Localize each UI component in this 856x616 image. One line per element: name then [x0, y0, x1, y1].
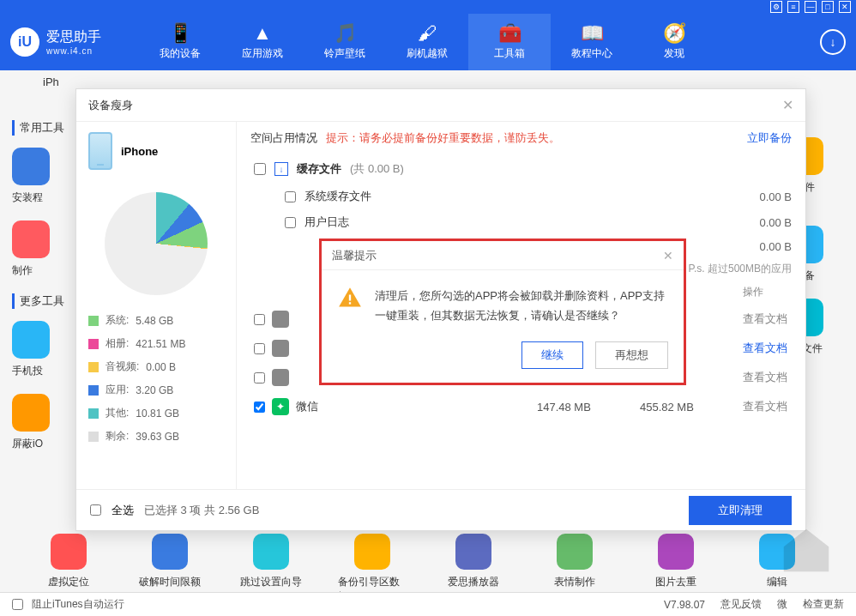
- maximize-icon[interactable]: □: [822, 1, 834, 13]
- left-sidebar-fragment: 常用工具 安装程制作 更多工具 手机投屏蔽iO: [12, 120, 81, 467]
- legend-label: 剩余:: [105, 429, 129, 444]
- window-titlebar: ⚙ ≡ — □ ✕: [0, 0, 856, 14]
- app-icon: [272, 311, 289, 328]
- backup-now-link[interactable]: 立即备份: [747, 130, 792, 146]
- block-itunes-label: 阻止iTunes自动运行: [32, 597, 124, 612]
- legend-swatch: [88, 339, 99, 349]
- cache-row-label: 系统缓存文件: [304, 189, 371, 204]
- app-row-checkbox[interactable]: [254, 402, 265, 413]
- nav-icon: 📖: [581, 24, 604, 43]
- logo-area: iU 爱思助手 www.i4.cn: [10, 27, 139, 57]
- bottom-tool-icon: [354, 534, 390, 570]
- select-all-label: 全选: [112, 503, 134, 518]
- cache-files-total: (共 0.00 B): [350, 161, 404, 177]
- app-url: www.i4.cn: [46, 46, 101, 56]
- check-update-link[interactable]: 检查更新: [803, 597, 844, 612]
- tool-icon[interactable]: [12, 321, 50, 359]
- legend-label: 相册:: [105, 336, 129, 351]
- legend-row: 剩余:39.63 GB: [88, 425, 224, 448]
- app-size-a: 147.48 MB: [537, 401, 640, 414]
- app-view-doc-link[interactable]: 查看文档: [743, 311, 788, 327]
- app-view-doc-link[interactable]: 查看文档: [743, 370, 788, 385]
- nav-icon: ▲: [253, 24, 272, 43]
- warn-prefix: 提示：: [326, 131, 359, 144]
- nav-label: 我的设备: [160, 46, 201, 61]
- nav-item[interactable]: 📱我的设备: [139, 14, 221, 70]
- nav-item[interactable]: 🧭发现: [633, 14, 715, 70]
- settings-icon[interactable]: ⚙: [770, 1, 782, 13]
- app-view-doc-link[interactable]: 查看文档: [743, 399, 788, 414]
- nav-item[interactable]: 🧰工具箱: [468, 14, 551, 70]
- app-row-checkbox[interactable]: [254, 343, 265, 354]
- legend-value: 0.00 B: [146, 361, 176, 373]
- section-more-tools: 更多工具: [12, 293, 81, 309]
- nav-label: 工具箱: [494, 46, 525, 61]
- selection-summary: 已选择 3 项 共 2.56 GB: [144, 503, 259, 518]
- tool-icon[interactable]: [12, 220, 50, 258]
- modal-left-panel: iPhone 系统:5.48 GB相册:421.51 MB音视频:0.00 B应…: [76, 122, 236, 489]
- bottom-tool-label: 图片去重: [655, 575, 696, 589]
- legend-swatch: [88, 316, 99, 326]
- bottom-tool-label: 破解时间限额: [139, 575, 201, 589]
- block-itunes-checkbox[interactable]: [12, 599, 23, 610]
- legend-value: 3.20 GB: [136, 384, 173, 396]
- nav-item[interactable]: 🎵铃声壁纸: [304, 14, 386, 70]
- bottom-tool-label: 表情制作: [554, 575, 595, 589]
- close-window-icon[interactable]: ✕: [839, 1, 851, 13]
- main-nav: 📱我的设备▲应用游戏🎵铃声壁纸🖌刷机越狱🧰工具箱📖教程中心🧭发现: [139, 14, 820, 70]
- tool-label: 安装程: [12, 190, 81, 205]
- cache-row-label: 用户日志: [304, 214, 349, 230]
- warn-text: 请务必提前备份好重要数据，谨防丢失。: [359, 131, 560, 144]
- svg-rect-0: [349, 295, 351, 301]
- nav-item[interactable]: 🖌刷机越狱: [386, 14, 468, 70]
- tool-label: 手机投: [12, 364, 81, 378]
- clean-now-button[interactable]: 立即清理: [689, 496, 792, 525]
- app-row-checkbox[interactable]: [254, 314, 265, 325]
- list-icon[interactable]: ≡: [787, 1, 799, 13]
- storage-legend: 系统:5.48 GB相册:421.51 MB音视频:0.00 B应用:3.20 …: [88, 309, 224, 448]
- cache-row-size: 0.00 B: [759, 190, 792, 203]
- tool-label: 制作: [12, 263, 81, 278]
- tool-icon[interactable]: [12, 148, 50, 185]
- cache-row-checkbox[interactable]: [285, 191, 296, 202]
- feedback-link[interactable]: 意见反馈: [720, 597, 762, 612]
- legend-value: 421.51 MB: [136, 338, 185, 350]
- select-all-checkbox[interactable]: [90, 504, 101, 516]
- app-row-checkbox[interactable]: [254, 372, 265, 383]
- dialog-close-icon[interactable]: ✕: [663, 249, 673, 263]
- device-tab-label[interactable]: iPh: [43, 75, 59, 88]
- bottom-tool-icon: [253, 534, 289, 570]
- watermark-icon: [772, 522, 841, 582]
- legend-row: 应用:3.20 GB: [88, 378, 224, 402]
- cache-row-size: 0.00 B: [759, 216, 792, 229]
- bottom-tool-label: 虚拟定位: [48, 575, 89, 589]
- bottom-tool-icon: [51, 534, 87, 570]
- nav-icon: 🎵: [334, 24, 357, 43]
- confirm-dialog: 温馨提示 ✕ 清理后，您所勾选的APP将会被卸载并删除资料，APP支持一键重装，…: [319, 239, 686, 385]
- cache-group-checkbox[interactable]: [254, 163, 266, 175]
- app-name: 爱思助手: [46, 28, 101, 46]
- tool-icon[interactable]: [12, 394, 50, 432]
- cache-row-checkbox[interactable]: [285, 217, 296, 228]
- app-row: ✦微信 147.48 MB 455.82 MB 查看文档: [250, 392, 792, 421]
- rethink-button[interactable]: 再想想: [595, 341, 668, 369]
- space-usage-label: 空间占用情况: [250, 130, 317, 146]
- nav-item[interactable]: ▲应用游戏: [221, 14, 304, 70]
- legend-swatch: [88, 385, 99, 396]
- storage-pie-chart: [105, 192, 208, 295]
- close-icon[interactable]: ✕: [782, 97, 793, 113]
- legend-swatch: [88, 408, 99, 419]
- device-name: iPhone: [121, 145, 158, 158]
- legend-swatch: [88, 432, 99, 442]
- status-bar: 阻止iTunes自动运行 V7.98.07 意见反馈 微 检查更新: [0, 592, 856, 616]
- app-view-doc-link[interactable]: 查看文档: [743, 341, 788, 356]
- minimize-icon[interactable]: —: [805, 1, 817, 13]
- col-action: 操作: [743, 285, 788, 299]
- bottom-tool-label: 爱思播放器: [448, 575, 499, 589]
- legend-swatch: [88, 362, 99, 372]
- legend-row: 音视频:0.00 B: [88, 355, 224, 378]
- dialog-body-text: 清理后，您所勾选的APP将会被卸载并删除资料，APP支持一键重装，但其数据无法恢…: [375, 286, 668, 326]
- continue-button[interactable]: 继续: [521, 341, 583, 369]
- download-circle-icon[interactable]: ↓: [820, 29, 846, 55]
- nav-item[interactable]: 📖教程中心: [551, 14, 633, 70]
